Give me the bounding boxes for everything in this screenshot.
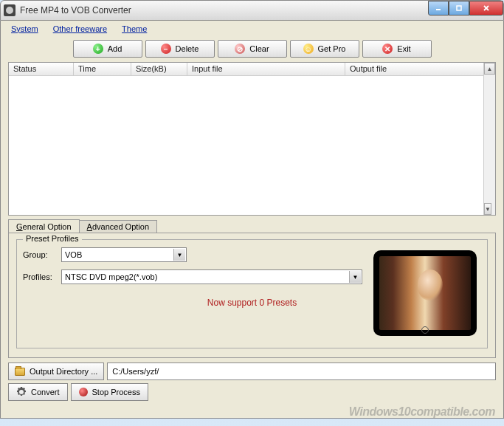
close-button[interactable] [469, 1, 503, 16]
group-combobox[interactable]: VOB ▼ [61, 247, 187, 262]
menu-other-freeware[interactable]: Other freeware [47, 23, 113, 35]
minimize-button[interactable] [428, 1, 449, 16]
svg-rect-2 [457, 6, 461, 10]
chevron-down-icon: ▼ [173, 249, 185, 261]
menu-system[interactable]: System [5, 23, 44, 35]
action-row: Convert Stop Process [8, 383, 496, 401]
delete-label: Delete [176, 44, 199, 53]
fieldset-legend: Preset Profiles [23, 234, 82, 243]
output-path-value: C:/Users/yzf/ [112, 367, 159, 376]
stop-icon [79, 388, 88, 396]
scrollbar[interactable]: ▲ ▼ [483, 63, 495, 215]
convert-button[interactable]: Convert [8, 383, 68, 401]
delete-button[interactable]: −Delete [145, 40, 215, 58]
clear-button[interactable]: ⊘Clear [218, 40, 287, 58]
output-path-input[interactable]: C:/Users/yzf/ [107, 363, 496, 380]
scroll-up-button[interactable]: ▲ [484, 63, 495, 75]
menu-theme[interactable]: Theme [116, 23, 153, 35]
stop-process-button[interactable]: Stop Process [71, 383, 148, 401]
clear-icon: ⊘ [235, 44, 245, 54]
watermark: Windows10compatible.com [349, 405, 495, 419]
clear-label: Clear [249, 44, 269, 53]
tab-row: General Option Advanced Option [8, 219, 496, 233]
window-title: Free MP4 to VOB Converter [20, 5, 131, 16]
plus-icon: + [93, 44, 103, 54]
profiles-label: Profiles: [23, 272, 61, 281]
scroll-track[interactable] [484, 75, 495, 203]
group-value: VOB [65, 250, 82, 259]
getpro-button[interactable]: ☺Get Pro [290, 40, 359, 58]
exit-label: Exit [397, 44, 410, 53]
scroll-down-button[interactable]: ▼ [484, 203, 491, 215]
col-status[interactable]: Status [9, 63, 74, 75]
profiles-value: NTSC DVD mpeg2(*.vob) [65, 272, 157, 281]
tab-general-option[interactable]: General Option [8, 219, 80, 233]
maximize-button[interactable] [449, 1, 469, 16]
stop-label: Stop Process [92, 388, 140, 396]
x-icon: ✕ [382, 44, 393, 54]
tab-general-label: eneral Option [23, 222, 72, 231]
options-panel: Preset Profiles Group: VOB ▼ Profiles: N… [8, 233, 496, 358]
output-row: Output Directory ... C:/Users/yzf/ [8, 363, 496, 380]
col-size[interactable]: Size(kB) [131, 63, 187, 75]
convert-label: Convert [31, 388, 60, 396]
smiley-icon: ☺ [303, 44, 314, 54]
svg-point-0 [6, 7, 13, 14]
app-icon [4, 4, 15, 16]
home-button-icon [421, 326, 429, 334]
window-body: System Other freeware Theme +Add −Delete… [0, 21, 504, 419]
toolbar: +Add −Delete ⊘Clear ☺Get Pro ✕Exit [1, 37, 503, 61]
col-output-file[interactable]: Output file [345, 63, 495, 75]
add-label: Add [108, 44, 122, 53]
title-bar: Free MP4 to VOB Converter [0, 0, 504, 21]
profiles-combobox[interactable]: NTSC DVD mpeg2(*.vob) ▼ [61, 269, 362, 284]
window-controls [428, 1, 503, 16]
col-input-file[interactable]: Input file [187, 63, 345, 75]
minus-icon: − [161, 44, 171, 54]
tab-advanced-label: dvanced Option [92, 222, 149, 231]
preview-device [373, 250, 477, 336]
menu-bar: System Other freeware Theme [1, 21, 503, 37]
group-label: Group: [23, 250, 61, 259]
output-directory-label: Output Directory ... [30, 367, 97, 376]
col-time[interactable]: Time [74, 63, 131, 75]
list-header: Status Time Size(kB) Input file Output f… [9, 63, 495, 76]
gear-icon [16, 387, 27, 397]
output-directory-button[interactable]: Output Directory ... [8, 363, 104, 380]
folder-icon [15, 368, 25, 376]
preset-profiles-fieldset: Preset Profiles Group: VOB ▼ Profiles: N… [16, 239, 488, 348]
add-button[interactable]: +Add [73, 40, 142, 58]
getpro-label: Get Pro [318, 44, 346, 53]
exit-button[interactable]: ✕Exit [362, 40, 432, 58]
file-list: Status Time Size(kB) Input file Output f… [8, 62, 496, 216]
preview-image [379, 256, 471, 330]
chevron-down-icon: ▼ [349, 271, 361, 283]
